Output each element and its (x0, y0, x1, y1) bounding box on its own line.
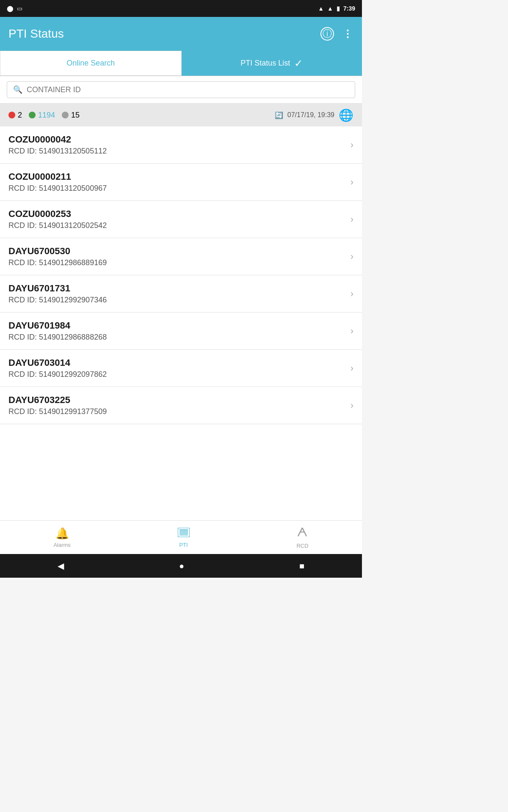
chevron-right-icon: › (351, 288, 353, 299)
status-bar-right: ▲ ▲ ▮ 7:39 (318, 5, 355, 12)
rcd-id-label: RCD ID: 5149012992907346 (8, 296, 107, 304)
chevron-right-icon: › (351, 251, 353, 262)
list-item[interactable]: DAYU6703014 RCD ID: 5149012992097862 › (0, 350, 362, 387)
refresh-time: 07/17/19, 19:39 (287, 111, 334, 119)
list-item-content: DAYU6700530 RCD ID: 5149012986889169 (8, 246, 107, 267)
rcd-id-label: RCD ID: 5149013120500967 (8, 184, 107, 193)
container-id: DAYU6701731 (8, 283, 107, 294)
chevron-right-icon: › (351, 363, 353, 374)
android-nav-bar: ◀ ● ■ (0, 554, 362, 578)
list-item-content: COZU0000042 RCD ID: 5149013120505112 (8, 134, 107, 156)
tab-pti-label: PTI Status List (240, 59, 290, 68)
bottom-nav: 🔔 Alarms PTI RCD (0, 520, 362, 554)
notification-icon: ⬤ (7, 5, 14, 12)
sim-icon: ▭ (17, 5, 22, 12)
rcd-id-label: RCD ID: 5149012986888268 (8, 333, 107, 342)
rcd-id-label: RCD ID: 5149012986889169 (8, 258, 107, 267)
red-dot (8, 112, 15, 118)
gray-dot (62, 112, 69, 118)
container-list: COZU0000042 RCD ID: 5149013120505112 › C… (0, 126, 362, 520)
list-item[interactable]: DAYU6701731 RCD ID: 5149012992907346 › (0, 275, 362, 313)
list-item-content: DAYU6701731 RCD ID: 5149012992907346 (8, 283, 107, 304)
signal-icon: ▲ (327, 5, 333, 12)
time-display: 7:39 (343, 5, 355, 12)
list-item[interactable]: DAYU6700530 RCD ID: 5149012986889169 › (0, 238, 362, 275)
chevron-right-icon: › (351, 326, 353, 337)
app-title: PTI Status (8, 27, 64, 41)
list-item-content: DAYU6703225 RCD ID: 5149012991377509 (8, 395, 107, 416)
status-counts: 2 1194 15 (8, 111, 80, 120)
status-bar-left: ⬤ ▭ (7, 5, 22, 12)
container-id: DAYU6703225 (8, 395, 107, 406)
search-icon: 🔍 (13, 85, 22, 94)
rcd-id-label: RCD ID: 5149013120505112 (8, 147, 107, 156)
rcd-id-label: RCD ID: 5149012992097862 (8, 370, 107, 379)
container-id: DAYU6701984 (8, 320, 107, 331)
refresh-icon: 🔄 (275, 111, 283, 119)
status-bar: ⬤ ▭ ▲ ▲ ▮ 7:39 (0, 0, 362, 17)
container-id: COZU0000253 (8, 208, 107, 219)
gray-count-item: 15 (62, 111, 80, 120)
container-id: DAYU6703014 (8, 357, 107, 368)
rcd-icon (296, 526, 308, 541)
nav-rcd[interactable]: RCD (296, 526, 308, 549)
green-count-item: 1194 (29, 111, 55, 120)
search-wrapper: 🔍 (7, 81, 355, 98)
rcd-label: RCD (296, 543, 308, 549)
container-id: DAYU6700530 (8, 246, 107, 257)
list-item-content: DAYU6703014 RCD ID: 5149012992097862 (8, 357, 107, 379)
chevron-right-icon: › (351, 177, 353, 188)
red-count-item: 2 (8, 111, 22, 120)
green-dot (29, 112, 36, 118)
app-bar: PTI Status ⓘ ⋮ (0, 17, 362, 51)
list-item[interactable]: DAYU6703225 RCD ID: 5149012991377509 › (0, 387, 362, 424)
list-item[interactable]: COZU0000253 RCD ID: 5149013120502542 › (0, 201, 362, 238)
nav-alarms[interactable]: 🔔 Alarms (53, 527, 70, 548)
status-summary: 2 1194 15 🔄 07/17/19, 19:39 🌐 (0, 104, 362, 126)
tab-bar: Online Search PTI Status List ✓ (0, 51, 362, 76)
nav-pti[interactable]: PTI (178, 527, 190, 548)
menu-button[interactable]: ⋮ (342, 28, 353, 40)
pti-icon (178, 527, 190, 540)
list-item[interactable]: DAYU6701984 RCD ID: 5149012986888268 › (0, 313, 362, 350)
info-button[interactable]: ⓘ (320, 27, 334, 41)
battery-icon: ▮ (337, 5, 340, 12)
refresh-info: 🔄 07/17/19, 19:39 🌐 (275, 108, 353, 122)
app-bar-actions: ⓘ ⋮ (320, 27, 353, 41)
tab-online-label: Online Search (66, 59, 115, 68)
list-item[interactable]: COZU0000042 RCD ID: 5149013120505112 › (0, 126, 362, 164)
search-input[interactable] (27, 85, 349, 94)
chevron-right-icon: › (351, 214, 353, 225)
recents-button[interactable]: ■ (299, 561, 304, 571)
rcd-id-label: RCD ID: 5149012991377509 (8, 407, 107, 416)
list-item-content: COZU0000211 RCD ID: 5149013120500967 (8, 171, 107, 193)
chevron-right-icon: › (351, 140, 353, 151)
search-bar: 🔍 (0, 76, 362, 104)
tab-online-search[interactable]: Online Search (0, 51, 182, 76)
tab-pti-status-list[interactable]: PTI Status List ✓ (182, 51, 362, 76)
alarms-label: Alarms (53, 542, 70, 548)
info-icon: ⓘ (323, 27, 332, 40)
list-item-content: DAYU6701984 RCD ID: 5149012986888268 (8, 320, 107, 342)
green-count: 1194 (38, 111, 55, 120)
container-id: COZU0000042 (8, 134, 107, 145)
gray-count: 15 (71, 111, 80, 120)
chevron-right-icon: › (351, 400, 353, 411)
list-item-content: COZU0000253 RCD ID: 5149013120502542 (8, 208, 107, 230)
wifi-icon: ▲ (318, 5, 324, 12)
home-button[interactable]: ● (179, 561, 184, 571)
container-id: COZU0000211 (8, 171, 107, 182)
rcd-id-label: RCD ID: 5149013120502542 (8, 221, 107, 230)
checkmark-icon: ✓ (294, 58, 303, 69)
alarms-icon: 🔔 (55, 527, 69, 540)
pti-label: PTI (179, 542, 188, 548)
red-count: 2 (18, 111, 22, 120)
back-button[interactable]: ◀ (58, 561, 64, 571)
list-item[interactable]: COZU0000211 RCD ID: 5149013120500967 › (0, 164, 362, 201)
globe-icon: 🌐 (339, 108, 353, 122)
